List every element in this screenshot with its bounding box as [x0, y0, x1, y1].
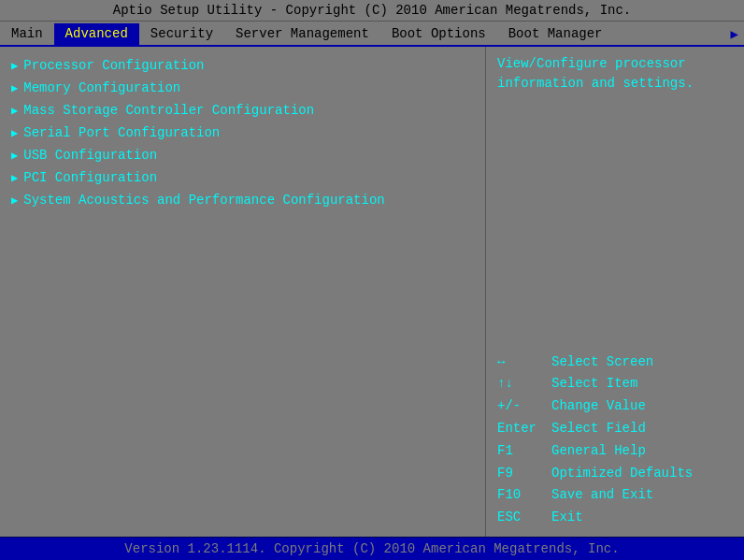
key-desc: General Help [551, 440, 646, 463]
key-desc: Select Screen [551, 352, 653, 374]
key-name: ↔ [497, 352, 544, 374]
key-name: F9 [497, 463, 544, 485]
key-help-row: +/-Change Value [497, 395, 733, 418]
menu-item[interactable]: ▶Memory Configuration [9, 77, 476, 99]
menu-item-arrow-icon: ▶ [11, 194, 18, 208]
key-help-row: ESCExit [497, 507, 733, 529]
nav-item-boot-options[interactable]: Boot Options [380, 23, 497, 45]
key-desc: Exit [551, 507, 583, 529]
menu-item-label: Processor Configuration [23, 58, 204, 73]
key-desc: Save and Exit [551, 484, 653, 507]
title-text: Aptio Setup Utility - Copyright (C) 2010… [113, 3, 632, 18]
menu-item-label: Serial Port Configuration [23, 125, 220, 140]
footer: Version 1.23.1114. Copyright (C) 2010 Am… [0, 537, 744, 560]
key-help: ↔Select Screen↑↓Select Item+/-Change Val… [497, 352, 733, 529]
key-desc: Select Item [551, 373, 637, 395]
menu-item-label: PCI Configuration [23, 170, 157, 185]
menu-item-arrow-icon: ▶ [11, 59, 18, 73]
help-text: View/Configure processor information and… [497, 54, 733, 93]
menu-item-arrow-icon: ▶ [11, 126, 18, 140]
main-content: ▶Processor Configuration▶Memory Configur… [0, 47, 744, 537]
key-help-row: ↑↓Select Item [497, 373, 733, 395]
key-help-row: F10Save and Exit [497, 484, 733, 507]
key-name: F10 [497, 484, 544, 507]
nav-item-boot-manager[interactable]: Boot Manager [497, 23, 614, 45]
key-name: ↑↓ [497, 373, 544, 395]
nav-item-server-management[interactable]: Server Management [224, 23, 380, 45]
nav-bar: MainAdvancedSecurityServer ManagementBoo… [0, 22, 744, 47]
key-name: F1 [497, 440, 544, 463]
nav-item-advanced[interactable]: Advanced [54, 23, 139, 45]
key-help-row: ↔Select Screen [497, 352, 733, 374]
key-help-row: F9Optimized Defaults [497, 463, 733, 485]
menu-item-arrow-icon: ▶ [11, 171, 18, 185]
menu-item-label: USB Configuration [23, 148, 157, 163]
menu-item-arrow-icon: ▶ [11, 81, 18, 95]
key-desc: Select Field [551, 418, 646, 440]
key-name: +/- [497, 395, 544, 418]
menu-item[interactable]: ▶PCI Configuration [9, 166, 476, 189]
key-help-row: F1General Help [497, 440, 733, 463]
key-help-row: EnterSelect Field [497, 418, 733, 440]
key-name: ESC [497, 507, 544, 529]
left-panel: ▶Processor Configuration▶Memory Configur… [0, 47, 486, 537]
title-bar: Aptio Setup Utility - Copyright (C) 2010… [0, 0, 744, 22]
key-desc: Change Value [551, 395, 646, 418]
menu-item-label: System Acoustics and Performance Configu… [23, 193, 384, 208]
menu-item[interactable]: ▶Serial Port Configuration [9, 122, 476, 144]
nav-item-main[interactable]: Main [0, 23, 54, 45]
menu-item-label: Mass Storage Controller Configuration [23, 103, 314, 118]
nav-arrow-right: ▶ [725, 23, 744, 45]
key-desc: Optimized Defaults [551, 463, 693, 485]
menu-item[interactable]: ▶USB Configuration [9, 144, 476, 166]
footer-text: Version 1.23.1114. Copyright (C) 2010 Am… [124, 541, 619, 556]
menu-item-arrow-icon: ▶ [11, 149, 18, 163]
menu-item[interactable]: ▶Mass Storage Controller Configuration [9, 99, 476, 122]
menu-item[interactable]: ▶Processor Configuration [9, 54, 476, 77]
menu-item-arrow-icon: ▶ [11, 104, 18, 118]
key-name: Enter [497, 418, 544, 440]
menu-item-label: Memory Configuration [23, 80, 180, 95]
right-panel: View/Configure processor information and… [486, 47, 744, 537]
menu-item[interactable]: ▶System Acoustics and Performance Config… [9, 189, 476, 211]
nav-item-security[interactable]: Security [139, 23, 224, 45]
